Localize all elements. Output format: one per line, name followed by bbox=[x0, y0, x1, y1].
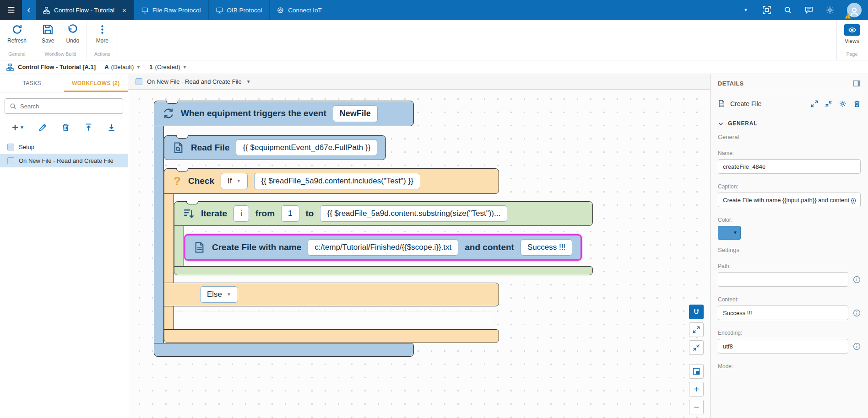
close-icon[interactable]: × bbox=[122, 6, 126, 14]
info-icon[interactable] bbox=[853, 343, 861, 350]
trash-icon[interactable] bbox=[853, 100, 861, 107]
chevron-down-icon: ▼ bbox=[20, 125, 24, 130]
zoom-in-button[interactable]: + bbox=[689, 382, 704, 397]
user-avatar[interactable] bbox=[847, 3, 862, 17]
delete-workflow-button[interactable] bbox=[61, 123, 70, 132]
search-input[interactable] bbox=[20, 103, 118, 110]
block-rail bbox=[164, 194, 174, 283]
encoding-label: Encoding: bbox=[718, 330, 861, 336]
back-button[interactable]: ‹ bbox=[22, 0, 36, 20]
block-footer bbox=[164, 329, 499, 343]
name-input[interactable] bbox=[718, 159, 861, 174]
tab-file-raw-protocol[interactable]: File Raw Protocol bbox=[134, 0, 208, 20]
iterate-from-field[interactable]: 1 bbox=[281, 205, 299, 222]
iot-icon bbox=[277, 7, 284, 14]
toolbar-group-workflow-build: Save Undo Workflow Build bbox=[34, 20, 87, 60]
search-button[interactable] bbox=[784, 6, 792, 14]
list-item-on-new-file[interactable]: On New File - Read and Create File bbox=[0, 154, 128, 167]
more-button[interactable]: More bbox=[96, 24, 108, 44]
state-dropdown[interactable]: 1 (Created) ▼ bbox=[149, 64, 187, 70]
undo-icon bbox=[67, 24, 78, 35]
else-dropdown[interactable]: Else▼ bbox=[200, 286, 238, 303]
minimap-icon bbox=[693, 368, 700, 375]
collapse-icon[interactable] bbox=[825, 100, 832, 107]
chevron-down-icon bbox=[718, 121, 724, 127]
caption-input[interactable] bbox=[718, 193, 861, 207]
edit-workflow-button[interactable] bbox=[38, 123, 47, 132]
arrow-down-to-line-icon bbox=[107, 123, 116, 132]
tab-oib-protocol[interactable]: OIB Protocol bbox=[208, 0, 270, 20]
import-workflow-button[interactable] bbox=[84, 123, 93, 132]
version-dropdown[interactable]: A (Default) ▼ bbox=[104, 64, 141, 70]
block-else-row[interactable]: Else▼ bbox=[164, 283, 499, 306]
collapse-all-button[interactable] bbox=[689, 340, 704, 355]
read-file-path-field[interactable]: {{ $equipmentEvent_d67e.FullPath }} bbox=[236, 139, 377, 156]
page-title: Control Flow - Tutorial [A.1] bbox=[18, 64, 96, 70]
iterate-icon bbox=[183, 208, 195, 220]
iterate-to-field[interactable]: {{ $readFile_5a9d.content.substring(size… bbox=[320, 205, 507, 222]
tab-connect-iot[interactable]: Connect IoT bbox=[269, 0, 329, 20]
workflow-item-icon bbox=[7, 157, 14, 164]
create-file-content-field[interactable]: Success !!! bbox=[521, 239, 572, 256]
details-title: DETAILS bbox=[718, 80, 744, 87]
connector-notch bbox=[176, 135, 188, 139]
info-icon[interactable] bbox=[853, 309, 861, 317]
block-iterate[interactable]: Iterate i from 1 to {{ $readFile_5a9d.co… bbox=[174, 201, 593, 275]
views-button[interactable]: Views bbox=[844, 24, 860, 44]
iterate-variable-field[interactable]: i bbox=[233, 205, 249, 222]
export-workflow-button[interactable] bbox=[107, 123, 116, 132]
block-check[interactable]: ? Check If▼ {{ $readFile_5a9d.content.in… bbox=[164, 168, 593, 343]
tabs-dropdown-button[interactable]: ▼ bbox=[742, 6, 750, 14]
settings-button[interactable] bbox=[826, 6, 834, 14]
workflow-header[interactable]: On New File - Read and Create File ▼ bbox=[128, 74, 710, 90]
toolbar-group-label: Actions bbox=[94, 50, 110, 59]
encoding-input[interactable] bbox=[718, 339, 848, 354]
tab-workflows[interactable]: WORKFLOWS (2) bbox=[64, 74, 128, 92]
content-label: Content: bbox=[718, 296, 861, 303]
tab-control-flow-tutorial[interactable]: Control Flow - Tutorial × bbox=[36, 0, 134, 20]
top-bar: ☰ ‹ Control Flow - Tutorial × File Raw P… bbox=[0, 0, 868, 20]
chevron-down-icon: ▼ bbox=[227, 292, 231, 297]
save-icon bbox=[43, 24, 53, 35]
color-picker-button[interactable]: ▼ bbox=[718, 226, 741, 240]
event-name-field[interactable]: NewFile bbox=[333, 105, 378, 122]
expand-all-button[interactable] bbox=[689, 322, 704, 337]
toolbar-group-label: Workflow Build bbox=[42, 50, 79, 59]
gear-icon[interactable] bbox=[839, 100, 846, 107]
empty-statement-slot[interactable] bbox=[174, 311, 494, 326]
workflow-designer: On New File - Read and Create File ▼ Whe… bbox=[128, 74, 710, 418]
check-condition-field[interactable]: {{ $readFile_5a9d.content.includes("Test… bbox=[254, 173, 420, 189]
expand-icon[interactable] bbox=[811, 100, 818, 107]
zoom-out-button[interactable]: − bbox=[689, 400, 704, 414]
block-create-file[interactable]: Create File with name c:/temp/Tutorial/F… bbox=[184, 234, 582, 261]
search-icon bbox=[10, 103, 16, 110]
refresh-button[interactable]: Refresh bbox=[7, 24, 27, 44]
undo-button[interactable]: Undo bbox=[66, 24, 79, 44]
messages-button[interactable] bbox=[805, 6, 813, 14]
save-button[interactable]: Save bbox=[42, 24, 54, 44]
block-footer bbox=[174, 266, 593, 275]
block-read-file[interactable]: Read File {{ $equipmentEvent_d67e.FullPa… bbox=[164, 135, 386, 160]
add-workflow-button[interactable]: +▼ bbox=[12, 123, 24, 132]
check-operator-dropdown[interactable]: If▼ bbox=[221, 173, 248, 189]
panel-toggle-icon[interactable] bbox=[853, 80, 861, 87]
minimap-button[interactable] bbox=[689, 364, 704, 379]
chat-icon bbox=[805, 6, 813, 14]
magnet-icon bbox=[693, 308, 700, 316]
caption-label: Caption: bbox=[718, 183, 861, 190]
path-input[interactable] bbox=[718, 272, 848, 287]
snap-toggle-button[interactable] bbox=[689, 305, 704, 319]
general-section-toggle[interactable]: GENERAL bbox=[718, 120, 861, 127]
chevron-down-icon: ▼ bbox=[236, 179, 241, 183]
protocol-icon bbox=[216, 7, 223, 14]
workflow-canvas[interactable]: When equipment triggers the event NewFil… bbox=[128, 90, 710, 418]
topbar-actions: ▼ bbox=[742, 0, 868, 20]
block-event[interactable]: When equipment triggers the event NewFil… bbox=[154, 101, 593, 357]
info-icon[interactable] bbox=[853, 276, 861, 284]
menu-button[interactable]: ☰ bbox=[0, 0, 22, 20]
list-item-setup[interactable]: Setup bbox=[0, 140, 128, 154]
tab-tasks[interactable]: TASKS bbox=[0, 74, 64, 92]
create-file-name-field[interactable]: c:/temp/Tutorial/Finished/{{$scope.i}}.t… bbox=[308, 239, 458, 256]
content-input[interactable] bbox=[718, 305, 848, 320]
scan-button[interactable] bbox=[763, 6, 771, 14]
